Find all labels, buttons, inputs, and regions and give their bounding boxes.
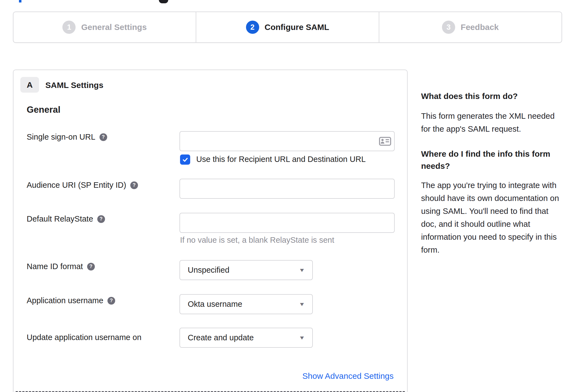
chevron-down-icon: ▼ [299,301,305,307]
recipient-url-checkbox[interactable] [180,154,190,165]
help-question-2: Where do I find the info this form needs… [421,148,563,172]
sso-url-help-icon[interactable]: ? [99,133,107,141]
wizard-stepper: 1 General Settings 2 Configure SAML 3 Fe… [13,12,562,43]
audience-uri-label-row: Audience URI (SP Entity ID) ? [27,181,138,190]
step-2-label: Configure SAML [265,23,329,32]
application-username-select[interactable]: Okta username ▼ [179,294,313,314]
help-answer-1: This form generates the XML needed for t… [421,109,563,135]
update-username-label-row: Update application username on [27,333,142,342]
sso-url-input[interactable] [179,131,395,151]
relay-state-input[interactable] [179,213,395,233]
step-3-circle: 3 [442,21,455,34]
step-2-circle: 2 [246,21,259,34]
relay-state-label-row: Default RelayState ? [27,214,105,223]
audience-uri-input[interactable] [179,179,395,199]
help-panel: What does this form do? This form genera… [421,90,563,256]
name-id-format-label: Name ID format [27,262,83,271]
show-advanced-settings-link[interactable]: Show Advanced Settings [302,371,394,381]
name-id-format-help-icon[interactable]: ? [87,263,95,270]
application-username-help-icon[interactable]: ? [107,297,115,305]
step-3-label: Feedback [461,23,499,32]
application-username-label: Application username [27,296,103,305]
relay-state-helper-text: If no value is set, a blank RelayState i… [180,236,334,245]
update-username-select[interactable]: Create and update ▼ [179,328,313,348]
name-id-format-value: Unspecified [188,266,299,275]
sso-url-label-row: Single sign-on URL ? [27,132,107,142]
step-1-circle: 1 [62,21,76,34]
section-title: SAML Settings [45,81,103,90]
step-general-settings[interactable]: 1 General Settings [13,12,196,42]
name-id-format-select[interactable]: Unspecified ▼ [179,260,313,280]
cropped-header-fragment [19,0,21,2]
chevron-down-icon: ▼ [299,267,305,273]
recipient-url-checkbox-label: Use this for Recipient URL and Destinati… [196,155,366,164]
chevron-down-icon: ▼ [299,335,305,341]
section-a-badge: A [20,77,39,93]
relay-state-help-icon[interactable]: ? [97,215,105,223]
name-id-format-label-row: Name ID format ? [27,262,95,271]
configure-saml-page: 1 General Settings 2 Configure SAML 3 Fe… [0,0,575,392]
step-feedback[interactable]: 3 Feedback [379,12,562,42]
audience-uri-help-icon[interactable]: ? [130,181,138,189]
step-configure-saml[interactable]: 2 Configure SAML [196,12,378,42]
help-answer-2: The app you're trying to integrate with … [421,179,563,256]
update-username-value: Create and update [188,333,299,342]
relay-state-label: Default RelayState [27,214,93,223]
application-username-value: Okta username [188,300,299,309]
general-group-heading: General [27,104,60,115]
help-question-1: What does this form do? [421,90,563,102]
update-username-label: Update application username on [27,333,142,342]
checkmark-icon [182,156,189,163]
sso-url-label: Single sign-on URL [27,132,95,142]
saml-settings-card: A SAML Settings General Single sign-on U… [13,70,408,392]
cropped-logo-fragment [159,0,168,3]
audience-uri-label: Audience URI (SP Entity ID) [27,181,126,190]
step-1-label: General Settings [81,23,146,32]
application-username-label-row: Application username ? [27,296,115,305]
